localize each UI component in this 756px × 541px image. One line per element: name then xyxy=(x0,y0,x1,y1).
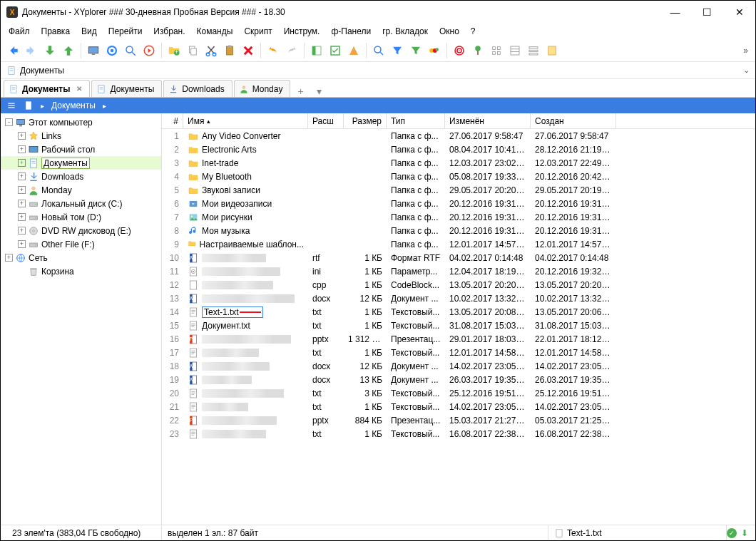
expand-icon[interactable]: + xyxy=(18,132,26,140)
file-row[interactable]: 17 txt 1 КБ Текстовый... 12.01.2017 14:5… xyxy=(162,346,755,359)
tree-item[interactable]: +Downloads xyxy=(1,170,161,183)
tab[interactable]: Downloads xyxy=(163,80,232,97)
file-row[interactable]: 3 Inet-trade Папка с ф... 12.03.2017 23:… xyxy=(162,156,755,170)
file-row[interactable]: 10 W rtf 1 КБ Формат RTF 04.02.2017 0:14… xyxy=(162,251,755,264)
file-row[interactable]: 1 Any Video Converter Папка с ф... 27.06… xyxy=(162,129,755,143)
menu-go[interactable]: Перейти xyxy=(103,25,148,38)
add-tab-button[interactable]: + xyxy=(292,86,309,97)
file-row[interactable]: 6 Мои видеозаписи Папка с ф... 20.12.201… xyxy=(162,197,755,210)
new-folder-icon[interactable]: + xyxy=(166,43,182,58)
file-row[interactable]: 19 W docx 13 КБ Документ ... 26.03.2017 … xyxy=(162,373,755,386)
expand-icon[interactable]: + xyxy=(18,186,26,194)
expand-icon[interactable]: + xyxy=(18,145,26,153)
expand-icon[interactable]: + xyxy=(18,172,26,180)
tree-item[interactable]: +Новый том (D:) xyxy=(1,210,161,224)
header-size[interactable]: Размер xyxy=(344,113,387,128)
file-row[interactable]: 2 Electronic Arts Папка с ф... 08.04.201… xyxy=(162,143,755,156)
header-num[interactable]: # xyxy=(162,113,183,128)
file-row[interactable]: 23 txt 1 КБ Текстовый... 16.08.2017 22:3… xyxy=(162,427,755,440)
target-blue-icon[interactable] xyxy=(104,43,120,58)
header-name[interactable]: Имя ▴ xyxy=(183,113,308,128)
file-row[interactable]: 16 P pptx 1 312 КБ Презентац... 29.01.20… xyxy=(162,332,755,346)
tree-item[interactable]: +Сеть xyxy=(1,251,161,264)
file-row[interactable]: 20 txt 3 КБ Текстовый... 25.12.2016 19:5… xyxy=(162,386,755,400)
tab[interactable]: Документы✕ xyxy=(4,80,90,97)
pizza-icon[interactable] xyxy=(346,43,362,58)
file-row[interactable]: 4 My Bluetooth Папка с ф... 05.08.2017 1… xyxy=(162,170,755,183)
expand-icon[interactable]: + xyxy=(18,200,26,207)
view-4-icon[interactable] xyxy=(544,43,560,58)
document-icon[interactable] xyxy=(24,101,34,110)
target-red-icon[interactable] xyxy=(451,43,467,58)
search-icon[interactable] xyxy=(371,43,387,58)
tab[interactable]: Monday xyxy=(234,80,291,97)
menu-help[interactable]: ? xyxy=(466,25,481,38)
checkbox-icon[interactable] xyxy=(327,43,343,58)
header-created[interactable]: Создан xyxy=(531,113,616,128)
menu-view[interactable]: Вид xyxy=(76,25,102,38)
file-row[interactable]: 5 Звукові записи Папка с ф... 29.05.2017… xyxy=(162,183,755,197)
view-2-icon[interactable] xyxy=(507,43,523,58)
tree-item[interactable]: +Документы xyxy=(1,156,161,170)
menu-edit[interactable]: Правка xyxy=(36,25,76,38)
expand-icon[interactable] xyxy=(18,267,26,275)
tab[interactable]: Документы xyxy=(91,80,162,97)
file-row[interactable]: 22 P pptx 884 КБ Презентац... 15.03.2017… xyxy=(162,413,755,427)
folder-tree[interactable]: -Этот компьютер+Links+Рабочий стол+Докум… xyxy=(1,113,162,525)
file-row[interactable]: 7 Мои рисунки Папка с ф... 20.12.2016 19… xyxy=(162,210,755,224)
delete-icon[interactable] xyxy=(240,43,256,58)
play-icon[interactable] xyxy=(141,43,157,58)
redo-icon[interactable] xyxy=(284,43,300,58)
panel-green-icon[interactable] xyxy=(309,43,325,58)
maximize-button[interactable]: ☐ xyxy=(691,2,723,22)
file-row[interactable]: 11 ini 1 КБ Параметр... 12.04.2017 18:19… xyxy=(162,264,755,278)
file-row[interactable]: 13 W docx 12 КБ Документ ... 10.02.2017 … xyxy=(162,292,755,305)
menu-file[interactable]: Файл xyxy=(4,25,35,38)
menu-script[interactable]: Скрипт xyxy=(239,25,277,38)
file-row[interactable]: 9 Настраиваемые шаблон... Папка с ф... 1… xyxy=(162,237,755,251)
tree-item[interactable]: +Other File (F:) xyxy=(1,237,161,251)
toolbar-overflow-icon[interactable]: » xyxy=(743,46,751,56)
menu-icon[interactable] xyxy=(6,101,16,110)
menu-tabs[interactable]: гр. Вкладок xyxy=(377,25,433,38)
undo-icon[interactable] xyxy=(265,43,281,58)
filter-icon[interactable] xyxy=(389,43,405,58)
up-button[interactable] xyxy=(61,43,76,58)
forward-button[interactable] xyxy=(24,43,39,58)
column-headers[interactable]: # Имя ▴ Расш Размер Тип Изменён Создан xyxy=(162,113,755,129)
header-mod[interactable]: Изменён xyxy=(445,113,531,128)
down-button[interactable] xyxy=(42,43,58,58)
view-1-icon[interactable] xyxy=(489,43,504,58)
expand-icon[interactable]: + xyxy=(18,159,26,167)
expand-icon[interactable]: + xyxy=(18,227,26,235)
tab-dropdown-icon[interactable]: ▾ xyxy=(311,86,327,97)
copy-icon[interactable] xyxy=(185,43,200,58)
status-ok-icon[interactable]: ✓ xyxy=(727,528,737,538)
filter-green-icon[interactable] xyxy=(408,43,424,58)
file-row[interactable]: 12 cpp 1 КБ CodeBlock... 13.05.2017 20:2… xyxy=(162,278,755,292)
menu-fav[interactable]: Избран. xyxy=(148,25,190,38)
menu-cmd[interactable]: Команды xyxy=(192,25,238,38)
tree-item[interactable]: +DVD RW дисковод (E:) xyxy=(1,224,161,237)
tree-item[interactable]: +Локальный диск (C:) xyxy=(1,197,161,210)
file-row[interactable]: 15 Документ.txt txt 1 КБ Текстовый... 31… xyxy=(162,319,755,332)
header-type[interactable]: Тип xyxy=(387,113,445,128)
expand-icon[interactable]: + xyxy=(18,240,26,248)
menu-window[interactable]: Окно xyxy=(434,25,464,38)
cut-icon[interactable] xyxy=(203,43,219,58)
file-row[interactable]: 14 Text-1.txt txt 1 КБ Текстовый... 13.0… xyxy=(162,305,755,319)
computer-icon[interactable] xyxy=(86,43,101,58)
status-download-icon[interactable]: ⬇ xyxy=(740,528,750,538)
file-row[interactable]: 8 Моя музыка Папка с ф... 20.12.2016 19:… xyxy=(162,224,755,237)
file-row[interactable]: 18 W docx 12 КБ Документ ... 14.02.2017 … xyxy=(162,359,755,373)
find-icon[interactable] xyxy=(123,43,138,58)
close-button[interactable]: ✕ xyxy=(723,2,755,22)
back-button[interactable] xyxy=(5,43,21,58)
view-3-icon[interactable] xyxy=(526,43,541,58)
breadcrumb-item[interactable]: Документы xyxy=(51,101,96,110)
tree-item[interactable]: +Links xyxy=(1,129,161,143)
tree-item[interactable]: +Monday xyxy=(1,183,161,197)
address-dropdown-icon[interactable]: ⌄ xyxy=(743,66,750,75)
tree-item[interactable]: +Рабочий стол xyxy=(1,143,161,156)
addressbar[interactable]: Документы ⌄ xyxy=(1,62,755,79)
